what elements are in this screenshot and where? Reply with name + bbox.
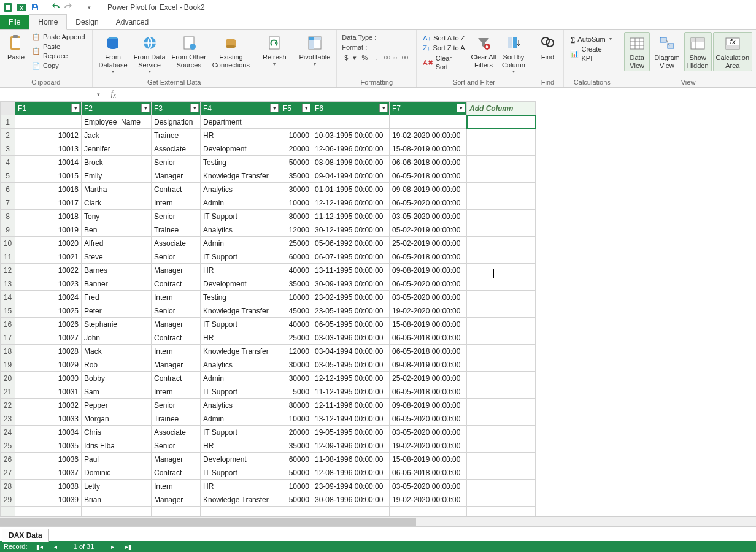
cell[interactable] (467, 223, 536, 237)
cell[interactable]: Admin (201, 196, 280, 210)
cell[interactable]: Sam (82, 385, 152, 399)
row-header[interactable]: 8 (1, 210, 15, 223)
chevron-down-icon[interactable]: ▾ (97, 91, 100, 98)
cell[interactable] (467, 318, 536, 331)
cell[interactable]: Brock (82, 156, 152, 169)
cell[interactable]: 10039 (15, 493, 82, 507)
from-other-sources-button[interactable]: From Other Sources (169, 32, 209, 70)
row-header[interactable]: 20 (1, 372, 15, 385)
cell[interactable]: Senior (152, 399, 201, 412)
cell[interactable]: 30000 (280, 358, 312, 372)
cell[interactable]: Peter (82, 304, 152, 318)
cell[interactable]: 10022 (15, 264, 82, 277)
percent-button[interactable]: % (359, 53, 370, 63)
cell[interactable]: Martha (82, 183, 152, 196)
cell[interactable]: 19-02-2020 00:00:00 (390, 304, 467, 318)
from-data-service-button[interactable]: From Data Service▾ (131, 32, 168, 75)
cell[interactable] (467, 372, 536, 385)
cell[interactable]: 10014 (15, 156, 82, 169)
cell[interactable]: Ben (82, 223, 152, 237)
cell[interactable]: 12000 (280, 345, 312, 358)
cell[interactable]: 10031 (15, 385, 82, 399)
cell[interactable] (467, 480, 536, 493)
horizontal-scrollbar[interactable] (0, 516, 756, 526)
cell[interactable]: Intern (152, 385, 201, 399)
cell[interactable]: 23-09-1994 00:00:00 (312, 480, 390, 493)
cell[interactable]: 10028 (15, 345, 82, 358)
cell[interactable]: 19-02-2020 00:00:00 (390, 129, 467, 142)
autosum-button[interactable]: ∑AutoSum▾ (568, 34, 616, 44)
cell[interactable]: 10-03-1995 00:00:00 (312, 129, 390, 142)
cell[interactable]: 35000 (280, 439, 312, 453)
cell[interactable]: Admin (201, 372, 280, 385)
nav-next-icon[interactable]: ▸ (109, 543, 117, 550)
row-header[interactable]: 16 (1, 318, 15, 331)
clear-all-filters-button[interactable]: ✖Clear All Filters (469, 32, 498, 70)
cell[interactable] (467, 291, 536, 304)
row-header[interactable]: 15 (1, 304, 15, 318)
row-header[interactable]: 24 (1, 426, 15, 439)
increase-decimal-button[interactable]: .00→ (384, 53, 395, 63)
cell[interactable] (467, 210, 536, 223)
cell[interactable]: 25-02-2019 00:00:00 (390, 237, 467, 250)
row-header[interactable]: 4 (1, 156, 15, 169)
cell[interactable]: 09-08-2019 00:00:00 (390, 183, 467, 196)
cell[interactable]: Knowledge Transfer (201, 493, 280, 507)
row-header[interactable]: 28 (1, 480, 15, 493)
cell[interactable]: 60000 (280, 453, 312, 466)
cell[interactable]: Intern (152, 345, 201, 358)
undo-icon[interactable] (50, 2, 61, 13)
cell[interactable]: 19-02-2020 00:00:00 (390, 493, 467, 507)
row-header[interactable]: 25 (1, 439, 15, 453)
cell[interactable]: 30-12-1995 00:00:00 (312, 223, 390, 237)
row-header[interactable]: 29 (1, 493, 15, 507)
add-column-header[interactable]: Add Column (467, 102, 536, 115)
from-database-button[interactable]: From Database▾ (96, 32, 130, 75)
cell[interactable]: Brian (82, 493, 152, 507)
row-header[interactable]: 18 (1, 345, 15, 358)
cell[interactable]: 35000 (280, 169, 312, 183)
cell[interactable]: 05-02-2019 00:00:00 (390, 223, 467, 237)
cell[interactable]: 10000 (280, 412, 312, 426)
cell[interactable]: Intern (152, 480, 201, 493)
cell[interactable]: 50000 (280, 493, 312, 507)
cell[interactable]: 09-08-2019 00:00:00 (390, 264, 467, 277)
cell[interactable]: 10035 (15, 439, 82, 453)
cell[interactable]: 15-08-2019 00:00:00 (390, 142, 467, 156)
cell[interactable]: Senior (152, 156, 201, 169)
cell[interactable]: 50000 (280, 156, 312, 169)
cell[interactable]: 19-02-2020 00:00:00 (390, 439, 467, 453)
format-dropdown[interactable]: Format : (341, 43, 368, 52)
tab-design[interactable]: Design (67, 15, 107, 29)
column-header-f7[interactable]: F7▾ (390, 102, 467, 115)
cell[interactable]: 11-12-1995 00:00:00 (312, 210, 390, 223)
cell[interactable]: 12-08-1996 00:00:00 (312, 466, 390, 480)
cell[interactable]: 12-12-1996 00:00:00 (312, 196, 390, 210)
cell[interactable] (467, 183, 536, 196)
sort-by-column-button[interactable]: Sort by Column▾ (500, 32, 527, 75)
cell[interactable]: 03-05-2020 00:00:00 (390, 210, 467, 223)
cell[interactable]: 80000 (280, 210, 312, 223)
cell[interactable]: Chris (82, 426, 152, 439)
cell[interactable]: 12-09-1996 00:00:00 (312, 439, 390, 453)
scrollbar-thumb[interactable] (0, 518, 416, 526)
cell[interactable]: Trainee (152, 129, 201, 142)
cell[interactable]: Manager (152, 169, 201, 183)
cell[interactable]: Morgan (82, 412, 152, 426)
cell[interactable]: Manager (152, 318, 201, 331)
row-header[interactable]: 22 (1, 399, 15, 412)
pivottable-button[interactable]: PivotTable▾ (297, 32, 333, 68)
cell[interactable]: Senior (152, 210, 201, 223)
tab-home[interactable]: Home (29, 14, 67, 30)
row-header[interactable]: 23 (1, 412, 15, 426)
cell[interactable]: 10034 (15, 426, 82, 439)
select-all-corner[interactable] (1, 102, 15, 115)
cell[interactable]: Trainee (152, 412, 201, 426)
selected-cell[interactable] (467, 115, 536, 129)
cell[interactable]: 10030 (15, 372, 82, 385)
cell[interactable]: Knowledge Transfer (201, 345, 280, 358)
cell[interactable]: 10016 (15, 183, 82, 196)
cell[interactable]: Jennifer (82, 142, 152, 156)
paste-replace-button[interactable]: 📋Paste Replace (29, 42, 88, 61)
row-header[interactable]: 14 (1, 291, 15, 304)
